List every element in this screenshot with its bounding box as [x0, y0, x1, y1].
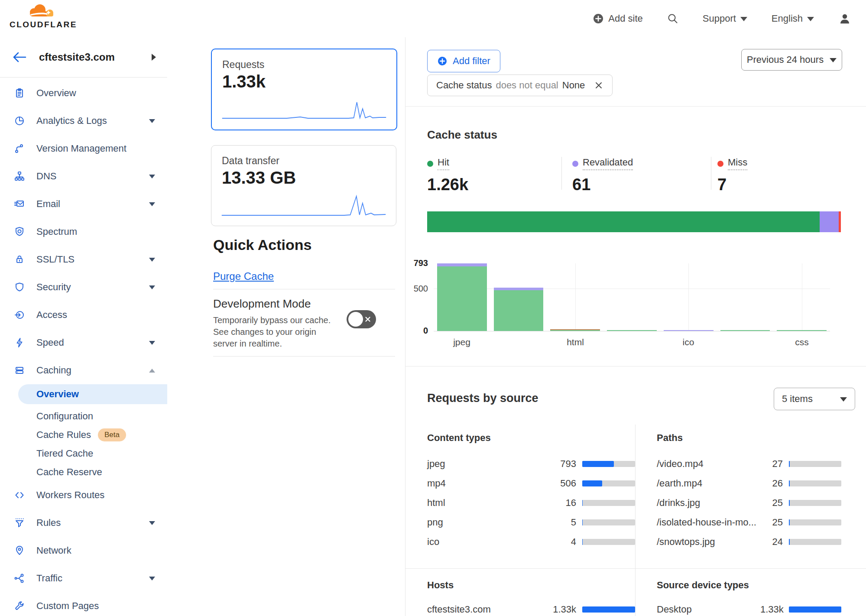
subnav-item-configuration[interactable]: Configuration [0, 407, 167, 425]
stat-miss-label[interactable]: Miss [717, 157, 747, 170]
sidebar-item-overview[interactable]: Overview [0, 79, 167, 107]
user-icon [838, 12, 851, 25]
sidebar-item-ssl-tls[interactable]: SSL/TLS [0, 246, 167, 273]
sidebar-item-speed[interactable]: Speed [0, 329, 167, 357]
stacked-segment-hit [427, 211, 820, 232]
sidebar-item-traffic[interactable]: Traffic [0, 564, 167, 592]
list-item: png 5 [427, 512, 635, 532]
purge-cache-link[interactable]: Purge Cache [213, 270, 274, 282]
sitemap-icon [14, 171, 25, 182]
remove-filter-icon[interactable] [594, 81, 603, 90]
language-menu[interactable]: English [772, 13, 814, 24]
time-range-label: Previous 24 hours [747, 54, 824, 65]
development-mode-toggle[interactable] [347, 310, 376, 328]
beta-badge: Beta [98, 428, 126, 441]
subnav-item-label: Tiered Cache [36, 448, 93, 459]
requests-card[interactable]: Requests 1.33k [211, 49, 397, 130]
list-item: /video.mp4 27 [657, 454, 841, 473]
divider [405, 366, 866, 366]
mini-bar [582, 539, 635, 545]
paths-column: Paths /video.mp4 27 /earth.mp4 26 /drink… [657, 432, 841, 551]
sidebar-item-access[interactable]: Access [0, 301, 167, 329]
mini-bar [789, 461, 841, 467]
sidebar-item-caching[interactable]: Caching [0, 357, 167, 384]
sidebar-item-label: Version Management [36, 143, 126, 154]
sidebar-item-label: Network [36, 545, 71, 556]
wrench-icon [14, 600, 25, 612]
location-pin-icon [14, 545, 25, 556]
server-stack-icon [14, 365, 25, 376]
chevron-down-icon [149, 119, 155, 123]
sidebar-item-label: Speed [36, 337, 64, 348]
data-transfer-card[interactable]: Data transfer 13.33 GB [211, 145, 396, 226]
sidebar-item-security[interactable]: Security [0, 273, 167, 301]
divider [405, 568, 866, 569]
y-tick-793: 793 [405, 258, 428, 268]
account-menu[interactable] [838, 12, 851, 25]
subnav-item-overview[interactable]: Overview [18, 384, 167, 404]
sidebar-item-custom-pages[interactable]: Custom Pages [0, 592, 167, 616]
chevron-down-icon [740, 17, 747, 21]
subnav-item-label: Cache Reserve [36, 467, 102, 478]
plus-circle-icon [593, 13, 604, 24]
sidebar-item-rules[interactable]: Rules [0, 509, 167, 537]
sidebar-item-version-management[interactable]: Version Management [0, 135, 167, 162]
subnav-item-cache-reserve[interactable]: Cache Reserve [0, 463, 167, 481]
sidebar-item-label: SSL/TLS [36, 254, 75, 265]
clipboard-icon [14, 88, 25, 99]
chevron-right-icon[interactable] [152, 54, 156, 61]
toggle-off-x-icon [364, 315, 372, 323]
stacked-segment-miss [839, 211, 841, 232]
branch-icon [14, 143, 25, 154]
divider [561, 157, 562, 190]
subnav-item-tiered-cache[interactable]: Tiered Cache [0, 444, 167, 463]
cache-status-stacked-bar [427, 211, 841, 232]
hit-dot-icon [427, 161, 433, 167]
chevron-down-icon [149, 285, 155, 289]
chart-column-png [607, 330, 657, 331]
sidebar-item-analytics-logs[interactable]: Analytics & Logs [0, 107, 167, 135]
search-icon [667, 13, 678, 24]
divider [213, 356, 395, 357]
stat-revalidated-value: 61 [572, 175, 702, 194]
cloudflare-logo[interactable]: CLOUDFLARE [10, 3, 77, 29]
source-device-types-column: Source device types Desktop 1.33k [657, 580, 841, 616]
sidebar-item-label: Access [36, 309, 67, 321]
search-button[interactable] [667, 13, 678, 24]
stat-revalidated-label[interactable]: Revalidated [572, 157, 633, 170]
list-item: /drinks.jpg 25 [657, 493, 841, 512]
gridline [688, 263, 689, 331]
subnav-item-label: Overview [36, 389, 79, 400]
filter-operator: does not equal [496, 80, 558, 91]
time-range-dropdown[interactable]: Previous 24 hours [741, 49, 842, 71]
stat-revalidated: Revalidated 61 [572, 157, 702, 194]
share-network-icon [14, 573, 25, 584]
subnav-item-cache-rules[interactable]: Cache Rules Beta [0, 425, 167, 444]
sidebar-item-email[interactable]: Email [0, 190, 167, 218]
sidebar-item-dns[interactable]: DNS [0, 162, 167, 190]
sidebar-item-spectrum[interactable]: Spectrum [0, 218, 167, 246]
chevron-down-icon [830, 58, 837, 62]
support-menu[interactable]: Support [703, 13, 747, 24]
content-type-chart-plot [434, 263, 830, 331]
add-filter-button[interactable]: Add filter [427, 50, 500, 72]
gridline [434, 289, 830, 289]
sidebar-item-network[interactable]: Network [0, 537, 167, 564]
sidebar-header: cftestsite3.com [0, 37, 167, 78]
sidebar-item-label: Analytics & Logs [36, 115, 107, 126]
back-arrow-icon[interactable] [12, 51, 27, 63]
miss-dot-icon [717, 161, 723, 167]
add-site-label: Add site [608, 13, 643, 24]
data-transfer-sparkline [221, 193, 386, 219]
list-item: cftestsite3.com 1.33k [427, 600, 635, 616]
plus-circle-icon [437, 56, 448, 66]
items-count-dropdown[interactable]: 5 items [774, 388, 855, 410]
chart-column-html [550, 329, 600, 331]
add-site-button[interactable]: Add site [593, 13, 643, 24]
language-label: English [772, 13, 803, 24]
filter-chip[interactable]: Cache status does not equal None [427, 75, 613, 96]
sidebar-item-workers-routes[interactable]: Workers Routes [0, 481, 167, 509]
gridline [802, 263, 802, 331]
sidebar-item-label: Security [36, 282, 71, 293]
stat-hit-label[interactable]: Hit [427, 157, 449, 170]
